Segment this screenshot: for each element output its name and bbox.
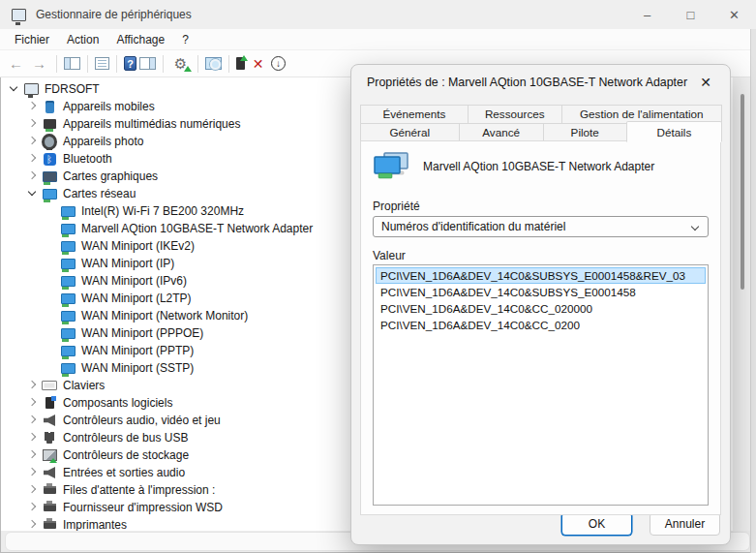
tree-item-label: WAN Miniport (L2TP) — [81, 292, 192, 305]
menu-action[interactable]: Action — [58, 29, 107, 50]
tree-item-label: FDRSOFT — [45, 82, 100, 96]
tabs-row2: GénéralAvancéPiloteDétails — [360, 123, 721, 142]
printer-icon — [42, 501, 57, 515]
device-manager-icon — [12, 9, 26, 21]
network-icon — [60, 344, 76, 358]
camera-icon — [42, 135, 57, 149]
network-icon — [60, 204, 76, 219]
tab-general[interactable]: Général — [360, 123, 460, 141]
sound-icon — [42, 414, 57, 428]
window-frame-edge — [750, 29, 756, 553]
device-name: Marvell AQtion 10GBASE-T Network Adapter — [423, 160, 654, 173]
dialog-buttons: OK Annuler — [561, 512, 720, 536]
minimize-icon[interactable]: – — [625, 0, 669, 29]
network-icon — [42, 187, 57, 201]
tab-pilote[interactable]: Pilote — [543, 123, 627, 141]
value-row[interactable]: PCI\VEN_1D6A&DEV_14C0&CC_0200 — [376, 317, 706, 333]
audio-io-icon — [42, 466, 57, 480]
property-label: Propriété — [373, 200, 420, 213]
disable-device-icon[interactable] — [271, 56, 286, 71]
details-tab-page: Marvell AQtion 10GBASE-T Network Adapter… — [360, 140, 721, 515]
chevron-icon — [27, 189, 37, 199]
scan-hardware-icon[interactable] — [205, 57, 222, 70]
toolbar-separator — [228, 55, 229, 73]
printer-icon — [42, 483, 57, 498]
tree-item-label: Contrôleurs audio, vidéo et jeu — [63, 414, 221, 427]
chevron-icon — [45, 259, 55, 268]
chevron-icon — [27, 398, 37, 408]
back-icon[interactable] — [6, 54, 26, 73]
computer-icon — [23, 82, 39, 97]
tab-details[interactable]: Détails — [626, 121, 722, 142]
tree-item-label: Composants logiciels — [63, 396, 172, 410]
tree-item-label: Marvell AQtion 10GBASE-T Network Adapter — [81, 222, 313, 235]
title-bar: Gestionnaire de périphériques – □ ✕ — [0, 0, 756, 29]
value-row[interactable]: PCI\VEN_1D6A&DEV_14C0&CC_020000 — [376, 300, 706, 317]
device-header: Marvell AQtion 10GBASE-T Network Adapter — [373, 151, 654, 182]
chevron-icon — [27, 503, 37, 512]
tab-avance[interactable]: Avancé — [459, 123, 544, 141]
chevron-icon — [45, 328, 55, 338]
chevron-icon — [27, 520, 37, 530]
tree-item-label: WAN Miniport (IKEv2) — [81, 239, 195, 253]
media-icon — [42, 117, 57, 132]
chevron-icon — [27, 154, 37, 164]
action-pane-icon[interactable] — [139, 57, 156, 70]
network-icon — [60, 222, 76, 236]
mobile-icon — [42, 100, 57, 114]
tree-item-label: WAN Miniport (PPPOE) — [81, 326, 203, 340]
network-icon — [60, 361, 76, 376]
properties-dialog: Propriétés de : Marvell AQtion 10GBASE-T… — [350, 64, 731, 545]
vertical-scrollbar-thumb[interactable] — [741, 94, 744, 290]
update-driver-icon[interactable] — [170, 54, 191, 73]
dialog-close-icon[interactable]: ✕ — [696, 73, 715, 92]
chevron-icon — [45, 224, 55, 233]
tree-item-label: WAN Miniport (IPv6) — [81, 274, 187, 288]
properties-icon[interactable] — [95, 57, 109, 70]
ok-button[interactable]: OK — [561, 512, 632, 536]
chevron-icon — [27, 381, 37, 390]
toolbar-separator — [163, 55, 164, 73]
tree-item-label: Entrées et sorties audio — [63, 466, 185, 479]
chevron-icon — [45, 311, 55, 321]
chevron-icon — [27, 119, 37, 129]
value-row[interactable]: PCI\VEN_1D6A&DEV_14C0&SUBSYS_E0001458&RE… — [376, 267, 706, 284]
tree-item-label: Fournisseur d'impression WSD — [63, 501, 223, 514]
uninstall-device-icon[interactable] — [248, 54, 268, 73]
value-list: PCI\VEN_1D6A&DEV_14C0&SUBSYS_E0001458&RE… — [373, 264, 709, 506]
tree-item-label: WAN Miniport (IP) — [81, 257, 174, 270]
network-icon — [60, 257, 76, 271]
tree-item-label: WAN Miniport (PPTP) — [81, 344, 194, 357]
menu-fichier[interactable]: Fichier — [6, 29, 58, 50]
value-row[interactable]: PCI\VEN_1D6A&DEV_14C0&SUBSYS_E0001458 — [376, 284, 706, 300]
enable-device-icon[interactable] — [236, 57, 245, 70]
tree-item-label: Cartes réseau — [63, 187, 136, 200]
menu-?[interactable]: ? — [173, 29, 197, 50]
toolbar-separator — [56, 55, 57, 73]
chevron-icon — [27, 137, 37, 146]
chevron-icon — [27, 433, 37, 443]
chevron-icon — [45, 346, 55, 355]
chevron-icon — [27, 468, 37, 477]
cancel-button[interactable]: Annuler — [650, 512, 720, 536]
maximize-icon[interactable]: □ — [669, 0, 712, 29]
usb-icon — [42, 431, 57, 445]
forward-icon[interactable] — [29, 54, 49, 73]
close-icon[interactable]: ✕ — [712, 0, 756, 29]
chevron-icon — [45, 276, 55, 286]
storage-icon — [42, 448, 57, 463]
chevron-icon — [45, 363, 55, 373]
chevron-icon — [27, 485, 37, 495]
help-icon[interactable] — [124, 56, 136, 71]
menu-bar: FichierActionAffichage? — [0, 29, 756, 50]
window-controls: – □ ✕ — [625, 0, 756, 29]
network-icon — [60, 292, 76, 306]
tree-item-label: Cartes graphiques — [63, 169, 158, 183]
tab-ressources[interactable]: Ressources — [468, 105, 562, 123]
show-console-tree-icon[interactable] — [64, 57, 80, 70]
chevron-icon — [27, 415, 37, 425]
property-dropdown[interactable]: Numéros d'identification du matériel — [373, 216, 709, 237]
menu-affichage[interactable]: Affichage — [107, 29, 173, 50]
property-dropdown-value: Numéros d'identification du matériel — [381, 220, 565, 233]
tab-evenements[interactable]: Événements — [360, 105, 469, 123]
